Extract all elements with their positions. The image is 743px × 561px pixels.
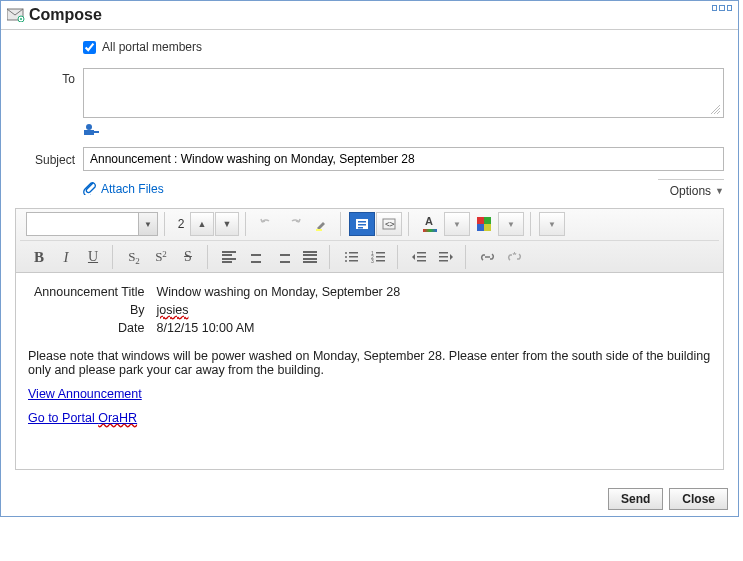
svg-rect-15 (349, 256, 358, 258)
svg-text:3: 3 (371, 258, 374, 263)
subject-label: Subject (15, 147, 83, 167)
chevron-down-icon: ▼ (138, 213, 157, 235)
announcement-by-label: By (28, 301, 151, 319)
announcement-header-table: Announcement Title Window washing on Mon… (28, 283, 406, 337)
link-button[interactable] (474, 245, 500, 269)
compose-window: Compose All portal members To (0, 0, 739, 517)
options-label: Options (670, 184, 711, 198)
svg-rect-4 (94, 131, 99, 133)
table-row: Date 8/12/15 10:00 AM (28, 319, 406, 337)
editor-toolbar: ▼ 2 ▲ ▼ (15, 208, 724, 273)
mode-wysiwyg-button[interactable] (349, 212, 375, 236)
announcement-date-label: Date (28, 319, 151, 337)
svg-text:<>: <> (385, 220, 395, 229)
svg-rect-27 (439, 252, 448, 254)
underline-button[interactable]: U (80, 245, 106, 269)
svg-rect-21 (376, 256, 385, 258)
redo-button[interactable] (281, 212, 307, 236)
svg-point-12 (345, 252, 347, 254)
close-button[interactable]: Close (669, 488, 728, 510)
italic-button[interactable]: I (53, 245, 79, 269)
svg-rect-13 (349, 252, 358, 254)
all-portal-members-label: All portal members (102, 40, 202, 54)
svg-rect-7 (358, 221, 366, 223)
bg-color-dropdown[interactable]: ▼ (498, 212, 524, 236)
align-right-button[interactable] (270, 245, 296, 269)
svg-rect-28 (439, 256, 448, 258)
announcement-title-value: Window washing on Monday, September 28 (151, 283, 407, 301)
title-bar: Compose (1, 1, 738, 30)
mode-source-button[interactable]: <> (376, 212, 402, 236)
svg-rect-29 (439, 260, 448, 262)
window-title: Compose (29, 6, 102, 24)
attach-files-label: Attach Files (101, 182, 164, 196)
font-size-value: 2 (173, 217, 189, 231)
to-field[interactable] (83, 68, 724, 118)
bg-color-button[interactable] (471, 212, 497, 236)
announcement-body-text: Please note that windows will be power w… (28, 349, 711, 377)
undo-button[interactable] (254, 212, 280, 236)
svg-point-3 (86, 124, 92, 130)
table-row: By josies (28, 301, 406, 319)
unlink-button[interactable] (501, 245, 527, 269)
font-color-button[interactable] (417, 212, 443, 236)
bold-button[interactable]: B (26, 245, 52, 269)
font-color-dropdown[interactable]: ▼ (444, 212, 470, 236)
paperclip-icon (83, 180, 97, 198)
chevron-down-icon: ▼ (715, 186, 724, 196)
editor-content[interactable]: Announcement Title Window washing on Mon… (15, 273, 724, 470)
resize-handle-icon[interactable] (711, 105, 721, 115)
go-to-portal-link[interactable]: Go to Portal OraHR (28, 411, 137, 425)
subscript-button[interactable]: S2 (121, 245, 147, 269)
align-left-button[interactable] (216, 245, 242, 269)
svg-rect-8 (358, 224, 366, 226)
highlight-button[interactable] (308, 212, 334, 236)
strikethrough-button[interactable]: S (175, 245, 201, 269)
bullet-list-button[interactable] (338, 245, 364, 269)
svg-rect-23 (376, 260, 385, 262)
indent-button[interactable] (433, 245, 459, 269)
view-announcement-link[interactable]: View Announcement (28, 387, 142, 401)
to-label: To (15, 68, 83, 86)
font-size-up-button[interactable]: ▲ (190, 212, 214, 236)
superscript-button[interactable]: S2 (148, 245, 174, 269)
announcement-by-value: josies (157, 303, 189, 317)
attach-files-link[interactable]: Attach Files (83, 180, 164, 198)
subject-input[interactable] (83, 147, 724, 171)
announcement-date-value: 8/12/15 10:00 AM (151, 319, 407, 337)
more-dropdown[interactable]: ▼ (539, 212, 565, 236)
svg-rect-19 (376, 252, 385, 254)
window-menu-icon[interactable] (712, 5, 732, 13)
options-toggle[interactable]: Options ▼ (658, 179, 724, 198)
svg-rect-5 (316, 229, 322, 231)
align-center-button[interactable] (243, 245, 269, 269)
svg-rect-17 (349, 260, 358, 262)
svg-rect-25 (417, 256, 426, 258)
font-family-select[interactable]: ▼ (26, 212, 158, 236)
font-size-down-button[interactable]: ▼ (215, 212, 239, 236)
svg-point-16 (345, 260, 347, 262)
svg-rect-9 (358, 227, 363, 229)
announcement-title-label: Announcement Title (28, 283, 151, 301)
svg-rect-2 (84, 130, 94, 135)
dialog-footer: Send Close (1, 480, 738, 516)
mail-compose-icon (7, 8, 25, 22)
send-button[interactable]: Send (608, 488, 663, 510)
all-portal-members-checkbox[interactable] (83, 41, 96, 54)
table-row: Announcement Title Window washing on Mon… (28, 283, 406, 301)
person-picker-icon[interactable] (83, 122, 724, 139)
svg-rect-24 (417, 252, 426, 254)
align-justify-button[interactable] (297, 245, 323, 269)
svg-rect-26 (417, 260, 426, 262)
svg-point-14 (345, 256, 347, 258)
outdent-button[interactable] (406, 245, 432, 269)
number-list-button[interactable]: 123 (365, 245, 391, 269)
